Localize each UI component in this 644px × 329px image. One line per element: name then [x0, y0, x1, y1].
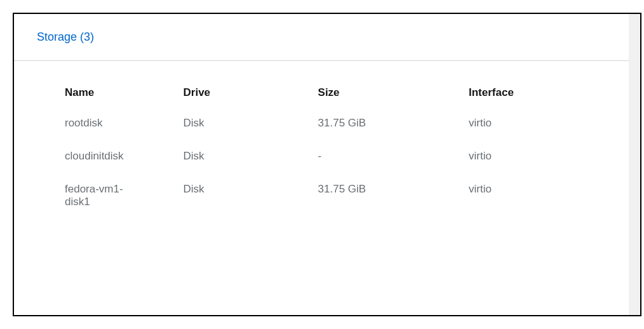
- cell-name: cloudinitdisk: [65, 150, 184, 183]
- table-row: rootdisk Disk 31.75 GiB virtio: [65, 117, 603, 150]
- table-container: Name Drive Size Interface rootdisk Disk …: [14, 61, 629, 229]
- cell-interface: virtio: [469, 117, 603, 150]
- storage-section-title[interactable]: Storage (3): [37, 30, 94, 43]
- cell-size: -: [318, 150, 469, 183]
- cell-interface: virtio: [469, 183, 603, 229]
- table-row: cloudinitdisk Disk - virtio: [65, 150, 603, 183]
- column-header-name: Name: [65, 86, 184, 117]
- column-header-interface: Interface: [469, 86, 603, 117]
- cell-name: fedora-vm1-disk1: [65, 183, 184, 229]
- cell-drive: Disk: [184, 117, 318, 150]
- cell-name: rootdisk: [65, 117, 184, 150]
- storage-table: Name Drive Size Interface rootdisk Disk …: [65, 86, 603, 229]
- scrollbar[interactable]: [629, 14, 640, 315]
- cell-size: 31.75 GiB: [318, 183, 469, 229]
- column-header-drive: Drive: [184, 86, 318, 117]
- storage-panel: Storage (3) Name Drive Size Interface ro…: [13, 13, 641, 316]
- cell-size: 31.75 GiB: [318, 117, 469, 150]
- cell-interface: virtio: [469, 150, 603, 183]
- cell-drive: Disk: [184, 150, 318, 183]
- table-row: fedora-vm1-disk1 Disk 31.75 GiB virtio: [65, 183, 603, 229]
- cell-drive: Disk: [184, 183, 318, 229]
- column-header-size: Size: [318, 86, 469, 117]
- table-header-row: Name Drive Size Interface: [65, 86, 603, 117]
- section-header: Storage (3): [14, 14, 629, 61]
- content-area: Storage (3) Name Drive Size Interface ro…: [14, 14, 629, 315]
